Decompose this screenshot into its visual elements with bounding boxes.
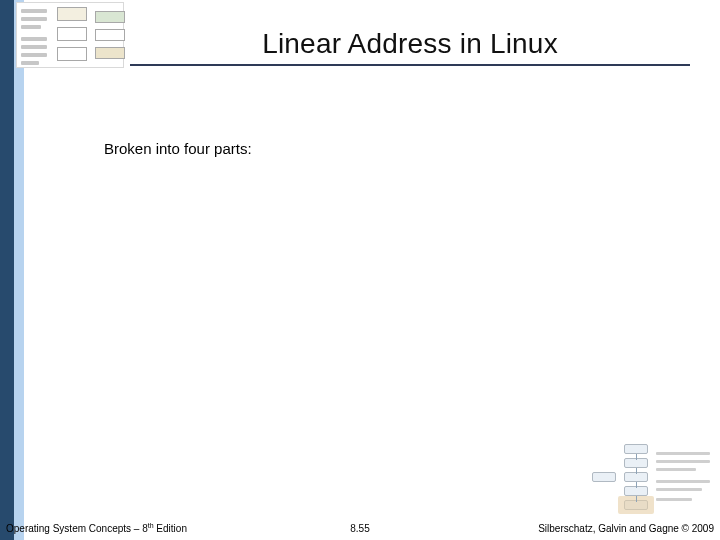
decorative-thumbnail-bottom-right [586,442,714,516]
slide: Linear Address in Linux Broken into four… [0,0,720,540]
slide-title-wrap: Linear Address in Linux [130,28,690,60]
footer: Operating System Concepts – 8th Edition … [0,518,720,534]
slide-title: Linear Address in Linux [130,28,690,60]
side-accent [0,0,24,540]
body-line-1: Broken into four parts: [104,140,252,157]
decorative-thumbnail-top-left [16,2,124,68]
title-underline [130,64,690,66]
side-accent-dark [0,0,14,540]
side-accent-light [14,0,24,540]
footer-right: Silberschatz, Galvin and Gagne © 2009 [538,523,714,534]
